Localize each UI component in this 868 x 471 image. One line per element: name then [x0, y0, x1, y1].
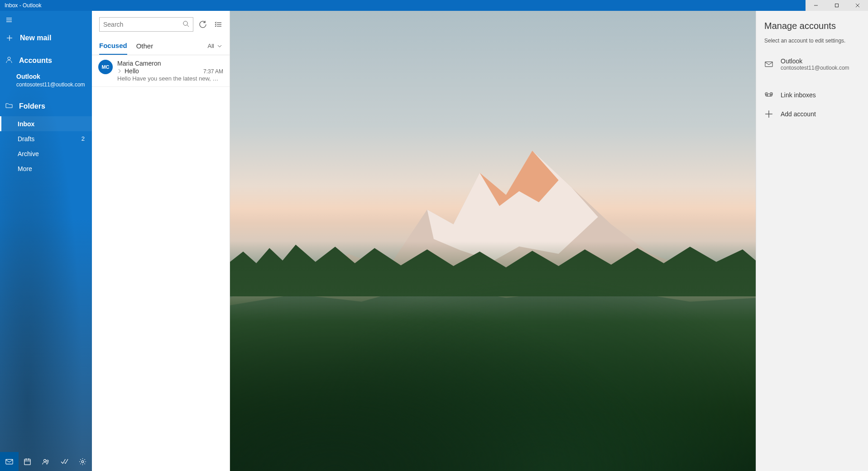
checkmark-icon	[61, 458, 68, 466]
folder-item-drafts[interactable]: Drafts 2	[0, 131, 92, 146]
panel-title: Manage accounts	[756, 17, 868, 38]
window-maximize-button[interactable]	[826, 0, 847, 11]
svg-point-18	[183, 21, 187, 25]
window-minimize-button[interactable]	[806, 0, 826, 11]
person-icon	[5, 56, 13, 65]
footer-todo-button[interactable]	[55, 452, 74, 471]
add-account-label: Add account	[781, 110, 816, 118]
refresh-icon	[199, 21, 206, 28]
svg-point-16	[47, 460, 48, 461]
folder-label: More	[18, 165, 32, 172]
new-mail-label: New mail	[20, 34, 51, 42]
folder-item-archive[interactable]: Archive	[0, 146, 92, 161]
folder-label: Drafts	[18, 135, 34, 143]
message-sender: Maria Cameron	[117, 60, 161, 67]
tab-other[interactable]: Other	[136, 40, 153, 54]
folder-item-more[interactable]: More	[0, 161, 92, 176]
panel-account-item[interactable]: Outlook contosotest11@outlook.com	[756, 52, 868, 76]
message-toolbar	[92, 11, 230, 35]
hamburger-button[interactable]	[0, 11, 18, 29]
folders-header[interactable]: Folders	[0, 96, 92, 116]
svg-line-19	[187, 25, 189, 27]
sidebar-account-item[interactable]: Outlook contosotest11@outlook.com	[0, 71, 92, 92]
message-subject: Hello	[125, 67, 139, 75]
footer-mail-button[interactable]	[0, 452, 19, 471]
title-bar: Inbox - Outlook	[0, 0, 868, 11]
svg-rect-1	[835, 4, 839, 7]
search-box[interactable]	[99, 17, 193, 32]
mail-icon	[764, 60, 773, 68]
add-account-button[interactable]: Add account	[756, 105, 868, 124]
panel-subtitle: Select an account to edit settings.	[756, 38, 868, 52]
chevron-down-icon	[217, 43, 222, 49]
mail-icon	[5, 458, 13, 466]
panel-account-name: Outlook	[781, 57, 849, 65]
link-inboxes-button[interactable]: Link inboxes	[756, 86, 868, 105]
chevron-right-icon	[117, 67, 122, 75]
search-input[interactable]	[103, 21, 182, 28]
gear-icon	[79, 458, 86, 466]
folder-count: 2	[82, 135, 85, 142]
plus-icon	[5, 34, 14, 42]
folder-label: Inbox	[18, 120, 34, 128]
tab-focused[interactable]: Focused	[99, 40, 127, 55]
folder-item-inbox[interactable]: Inbox	[0, 116, 92, 131]
footer-calendar-button[interactable]	[19, 452, 37, 471]
sync-button[interactable]	[197, 18, 209, 31]
message-list-column: Focused Other All MC Maria Cameron	[92, 11, 230, 471]
calendar-icon	[24, 458, 31, 466]
message-preview: Hello Have you seen the latest new, …	[117, 75, 223, 82]
window-title: Inbox - Outlook	[5, 2, 41, 9]
folders-header-label: Folders	[19, 102, 45, 110]
sidebar-footer	[0, 452, 92, 471]
manage-accounts-panel: Manage accounts Select an account to edi…	[756, 11, 868, 471]
svg-rect-11	[24, 459, 30, 464]
inbox-tabs: Focused Other All	[92, 35, 230, 55]
sidebar-account-name: Outlook	[16, 72, 86, 81]
window-close-button[interactable]	[847, 0, 868, 11]
new-mail-button[interactable]: New mail	[0, 29, 92, 47]
sidebar-account-email: contosotest11@outlook.com	[16, 81, 86, 88]
link-icon	[764, 91, 773, 99]
accounts-header-label: Accounts	[19, 57, 52, 65]
message-time: 7:37 AM	[203, 68, 223, 75]
svg-point-17	[82, 461, 84, 463]
footer-settings-button[interactable]	[73, 452, 92, 471]
svg-point-15	[43, 459, 46, 461]
search-icon	[182, 20, 189, 29]
window-controls	[806, 0, 868, 11]
message-item[interactable]: MC Maria Cameron Hello 7:37 AM Hello Hav…	[92, 55, 230, 87]
panel-account-email: contosotest11@outlook.com	[781, 65, 849, 71]
reading-pane	[230, 11, 756, 471]
accounts-header[interactable]: Accounts	[0, 51, 92, 71]
folder-list: Inbox Drafts 2 Archive More	[0, 116, 92, 176]
footer-people-button[interactable]	[37, 452, 55, 471]
folder-icon	[5, 102, 13, 111]
filter-label: All	[208, 43, 214, 49]
list-check-icon	[215, 21, 222, 28]
svg-rect-10	[6, 459, 13, 464]
people-icon	[42, 458, 50, 466]
link-inboxes-label: Link inboxes	[781, 91, 816, 99]
sidebar: New mail Accounts Outlook contosotest11@…	[0, 11, 92, 471]
filter-dropdown[interactable]: All	[208, 43, 222, 52]
folder-label: Archive	[18, 150, 39, 157]
svg-rect-23	[765, 62, 772, 67]
avatar: MC	[98, 60, 113, 74]
plus-icon	[764, 110, 773, 118]
svg-point-9	[8, 57, 10, 60]
selection-mode-button[interactable]	[212, 18, 224, 31]
